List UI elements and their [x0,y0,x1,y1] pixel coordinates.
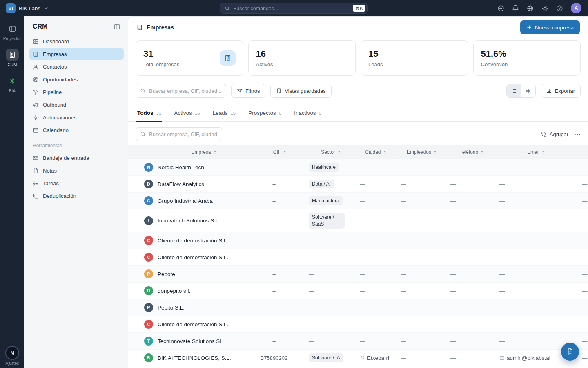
sidebar-item-oportunidades[interactable]: Oportunidades [29,73,124,85]
group-button[interactable]: Agrupar [541,131,568,137]
help-icon[interactable] [556,5,563,12]
building-stat-icon [220,50,236,66]
company-avatar: C [144,320,153,329]
tab-count: 15 [230,111,236,116]
cell-ciudad: — [352,254,392,260]
rail-item-proyectos[interactable]: Proyectos [3,23,21,41]
table-row[interactable]: CCliente de demostración S.L. – — — — — … [128,316,588,333]
table-row[interactable]: PPepito S.L. – — — — — — — [128,299,588,316]
sidebar-item-label: Pipeline [43,89,62,95]
table-row[interactable]: Ddonpepito s.l. – — — — — — — [128,283,588,299]
sidebar-item-calendario[interactable]: Calendario [29,124,124,136]
sidebar-item-contactos[interactable]: Contactos [29,61,124,73]
column-header-cif[interactable]: CIF [254,149,294,155]
tab-count: 16 [195,111,200,116]
cell-empleados: — [392,288,441,294]
rail-settings-label[interactable]: Ajustes [6,361,19,366]
table-row[interactable]: IInnovatech Solutions S.L. – Software / … [128,209,588,232]
sidebar-item-automaciones[interactable]: Automaciones [29,111,124,123]
cell-extra: — [552,198,588,204]
rail-item-bia[interactable]: BIA [6,75,19,93]
rail-user-avatar[interactable]: N [5,346,19,360]
sidebar-item-tareas[interactable]: Tareas [29,177,124,189]
sidebar-item-notas[interactable]: Notas [29,164,124,177]
sidebar-item-outbound[interactable]: Outbound [29,99,124,111]
contacts-icon [33,64,39,70]
workspace-name: BIK Labs [19,5,40,11]
saved-views-button[interactable]: Vistas guardadas [270,84,331,98]
stat-label: Total empresas [143,61,179,67]
user-avatar[interactable]: A [571,3,581,13]
table-row[interactable]: DDataFlow Analytics – Data / AI — — — — … [128,176,588,193]
table-row[interactable]: CCliente de demostración S.L. – — — — — … [128,249,588,266]
grid-view-button[interactable] [521,84,535,97]
new-company-button[interactable]: Nueva empresa [520,20,580,34]
tab-leads[interactable]: Leads 15 [212,108,237,121]
cell-empleados: — [392,218,441,224]
command-search-input[interactable] [233,6,350,11]
table-row[interactable]: GGrupo Industrial Araba – Manufactura — … [128,193,588,209]
cell-empleados: — [392,338,441,344]
stat-value: 31 [143,49,179,59]
sidebar-item-dashboard[interactable]: Dashboard [29,35,124,47]
cell-email: — [490,198,552,204]
envelope-icon [499,355,505,361]
inbox-mail-icon [33,155,39,161]
table-search[interactable] [136,127,222,141]
sidebar-item-deduplicacion[interactable]: Deduplicación [29,190,124,202]
cell-cif: – [254,288,294,294]
cell-ciudad: Etxebarri [360,355,392,361]
workspace-switcher[interactable]: BI BIK Labs [0,3,49,13]
sidebar-item-bandeja[interactable]: Bandeja de entrada [29,152,124,164]
sidebar-title: CRM [33,23,47,30]
column-header-email[interactable]: Email [490,149,552,155]
tab-activos[interactable]: Activos 16 [173,108,200,121]
status-tabs: Todos 31 Activos 16 Leads 15 Prospectos … [128,108,588,122]
tab-prospectos[interactable]: Prospectos 0 [247,108,282,121]
fab-button[interactable] [561,343,579,361]
sort-icon [480,150,484,155]
filters-button[interactable]: Filtros [231,84,265,98]
column-header-ciudad[interactable]: Ciudad [352,149,392,155]
create-icon[interactable] [497,5,504,12]
list-view-button[interactable] [507,84,521,97]
company-search[interactable] [136,84,226,98]
company-avatar: B [144,353,153,362]
sidebar-collapse-icon[interactable] [114,23,120,30]
table-row[interactable]: CCliente de demostración S.L. – — — — — … [128,232,588,249]
table-row[interactable]: BBIK AI TECHNOLOGIES, S.L. B75890202 Sof… [128,350,588,366]
column-header-empresa[interactable]: Empresa [128,149,254,155]
table-row[interactable]: NNordic Health Tech – Healthcare — — — —… [128,159,588,176]
stat-card-total: 31 Total empresas [136,40,243,76]
settings-gear-icon[interactable] [541,5,548,12]
language-icon[interactable] [527,5,534,12]
tab-count: 0 [279,111,281,116]
cell-ciudad: — [352,218,392,224]
company-avatar: C [144,236,153,245]
cell-email: — [490,321,552,328]
export-button[interactable]: Exportar [541,84,581,98]
more-icon[interactable]: ⋯ [574,131,581,137]
notifications-icon[interactable] [512,5,519,12]
rail-label: BIA [9,89,16,93]
column-header-empleados[interactable]: Empleados [392,149,441,155]
column-header-telefono[interactable]: Teléfono [441,149,490,155]
company-search-input[interactable] [149,88,222,94]
table-row[interactable]: PPepote – — — — — — — [128,266,588,283]
sidebar-item-empresas[interactable]: Empresas [29,48,124,60]
rail-item-crm[interactable]: CRM [6,49,19,67]
tab-inactivos[interactable]: Inactivos 0 [293,108,322,121]
tab-todos[interactable]: Todos 31 [136,108,162,121]
table-search-input[interactable] [149,131,218,137]
sector-badge: Software / IA [309,353,343,362]
company-avatar: T [144,337,153,346]
command-search[interactable]: ⌘K [220,3,368,14]
column-header-sector[interactable]: Sector [294,149,352,155]
sort-icon [541,150,546,155]
sidebar-item-label: Notas [43,168,57,174]
cell-empleados: — [392,254,441,260]
cell-ciudad: — [352,238,392,244]
table-row[interactable]: TTechInnovate Solutions SL – — — — — — — [128,333,588,350]
companies-table: Empresa CIF Sector Ciudad Empleados Telé… [128,145,588,366]
sidebar-item-pipeline[interactable]: Pipeline [29,86,124,98]
